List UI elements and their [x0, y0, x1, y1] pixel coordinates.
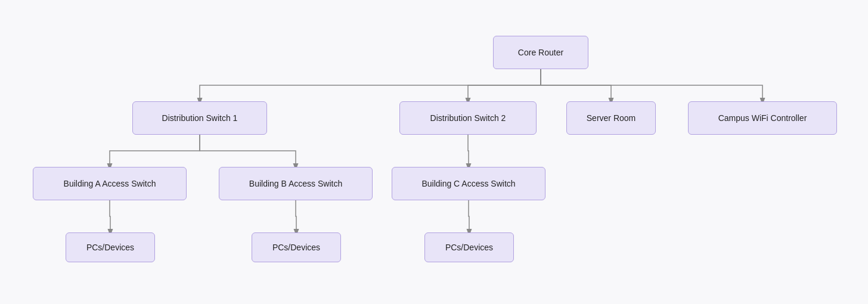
- node-pcs_b: PCs/Devices: [252, 232, 341, 262]
- node-pcs_c: PCs/Devices: [424, 232, 514, 262]
- node-dist_switch_1: Distribution Switch 1: [132, 101, 267, 135]
- node-building_b: Building B Access Switch: [219, 167, 373, 200]
- node-pcs_a: PCs/Devices: [66, 232, 155, 262]
- node-building_a: Building A Access Switch: [33, 167, 187, 200]
- node-core_router: Core Router: [493, 36, 588, 69]
- network-diagram: Core RouterDistribution Switch 1Distribu…: [0, 0, 868, 304]
- node-server_room: Server Room: [566, 101, 656, 135]
- node-dist_switch_2: Distribution Switch 2: [399, 101, 537, 135]
- node-building_c: Building C Access Switch: [392, 167, 545, 200]
- node-campus_wifi: Campus WiFi Controller: [688, 101, 837, 135]
